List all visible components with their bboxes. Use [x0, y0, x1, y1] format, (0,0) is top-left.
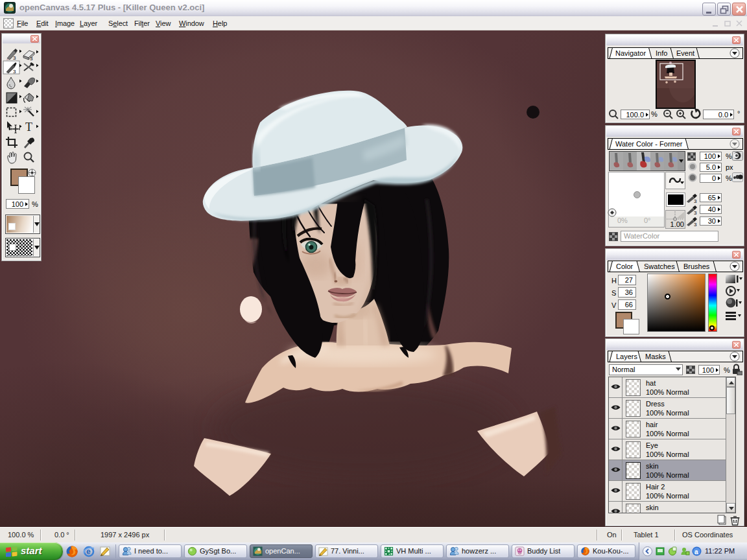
svg-text:3: 3: [694, 222, 697, 227]
svg-text:Event: Event: [676, 49, 694, 57]
svg-text:3: 3: [13, 69, 16, 75]
svg-text:Layers: Layers: [616, 353, 638, 360]
svg-text:3: 3: [13, 55, 16, 61]
svg-text:%: %: [651, 110, 658, 118]
svg-text:Water Color - Former: Water Color - Former: [615, 140, 683, 148]
svg-text:Swatches: Swatches: [644, 262, 675, 270]
svg-text:Brushes: Brushes: [683, 262, 710, 270]
svg-text:Navigator: Navigator: [615, 49, 646, 57]
svg-text:3: 3: [30, 56, 33, 62]
svg-text:a: a: [694, 548, 698, 555]
svg-text:Color: Color: [616, 262, 634, 270]
svg-text:Masks: Masks: [645, 353, 666, 360]
svg-text:e: e: [86, 547, 91, 556]
svg-text:3: 3: [694, 198, 697, 204]
svg-text:°: °: [737, 110, 740, 117]
svg-text:T: T: [25, 121, 32, 134]
svg-text:3: 3: [694, 210, 697, 215]
svg-text:Info: Info: [656, 49, 667, 57]
